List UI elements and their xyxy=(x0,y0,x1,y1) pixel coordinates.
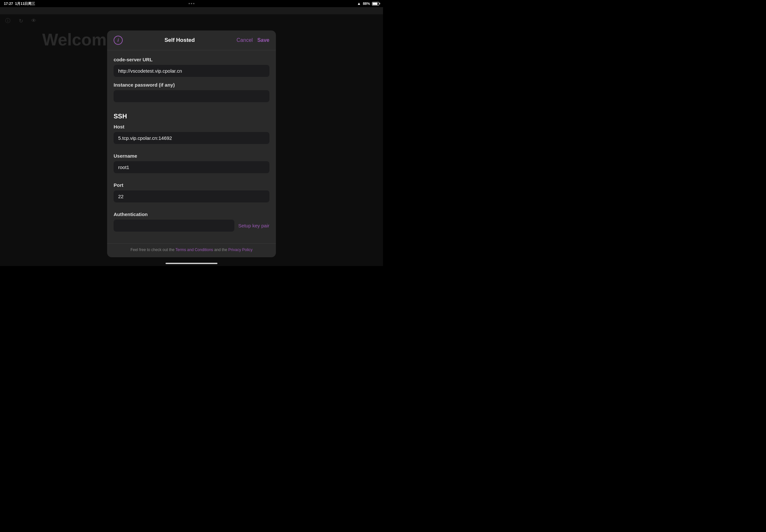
save-button[interactable]: Save xyxy=(257,37,269,43)
status-center xyxy=(188,3,194,4)
instance-password-input[interactable] xyxy=(114,90,269,102)
terms-link[interactable]: Terms and Conditions xyxy=(176,248,213,252)
modal-body: code-server URL Instance password (if an… xyxy=(107,50,276,243)
modal-footer: Feel free to check out the Terms and Con… xyxy=(107,243,276,257)
modal-header: i Self Hosted Cancel Save xyxy=(107,30,276,50)
code-server-label: code-server URL xyxy=(114,57,269,62)
setup-key-pair-button[interactable]: Setup key pair xyxy=(238,223,269,228)
host-label: Host xyxy=(114,124,269,129)
authentication-input[interactable] xyxy=(114,220,234,232)
username-input[interactable] xyxy=(114,161,269,173)
background-area: ⓘ ↻ 👁 Welcom i Self Hosted Cancel Save xyxy=(0,7,383,266)
ssh-section-title: SSH xyxy=(114,113,269,120)
battery-fill xyxy=(372,3,377,5)
modal-overlay: i Self Hosted Cancel Save code-server UR… xyxy=(0,14,383,266)
status-right: ▲ 88% xyxy=(357,1,379,6)
status-bar: 17:27 1月11日周三 ▲ 88% xyxy=(0,0,383,7)
privacy-link[interactable]: Privacy Policy xyxy=(228,248,252,252)
code-server-input[interactable] xyxy=(114,65,269,77)
footer-text1: Feel free to check out the xyxy=(130,248,176,252)
time: 17:27 xyxy=(4,2,13,6)
status-left: 17:27 1月11日周三 xyxy=(4,1,35,6)
date: 1月11日周三 xyxy=(15,1,35,6)
modal-dialog: i Self Hosted Cancel Save code-server UR… xyxy=(107,30,276,257)
dot3 xyxy=(193,3,194,4)
authentication-row: Setup key pair xyxy=(114,220,269,232)
battery-percent: 88% xyxy=(363,2,370,6)
modal-info-icon: i xyxy=(114,36,123,45)
wifi-icon: ▲ xyxy=(357,1,361,6)
port-label: Port xyxy=(114,182,269,188)
battery-icon xyxy=(372,2,379,6)
authentication-label: Authentication xyxy=(114,212,269,217)
cancel-button[interactable]: Cancel xyxy=(237,37,253,43)
port-input[interactable] xyxy=(114,190,269,202)
host-input[interactable] xyxy=(114,132,269,144)
footer-text2: and the xyxy=(213,248,228,252)
username-label: Username xyxy=(114,153,269,159)
modal-header-right: Cancel Save xyxy=(237,37,269,43)
modal-header-left: i xyxy=(114,36,123,45)
instance-password-label: Instance password (if any) xyxy=(114,82,269,88)
home-indicator xyxy=(165,263,217,264)
dot1 xyxy=(188,3,190,4)
modal-title: Self Hosted xyxy=(164,37,195,43)
dot2 xyxy=(191,3,192,4)
